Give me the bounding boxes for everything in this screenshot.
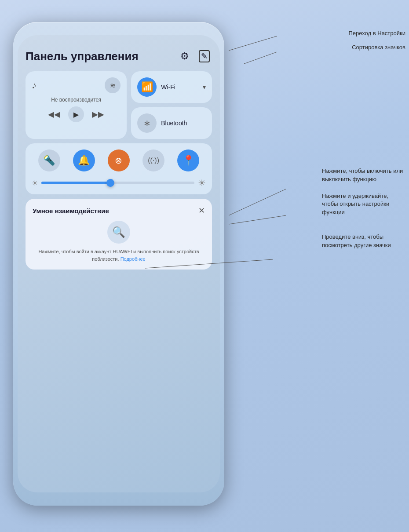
settings-button[interactable]: ⚙ (177, 48, 193, 64)
brightness-min-icon: ☀ (32, 179, 38, 187)
sound-icon: 🔔 (78, 155, 90, 166)
brightness-row: ☀ ☀ (32, 178, 206, 188)
svg-line-1 (244, 52, 277, 64)
settings-icon: ⚙ (180, 51, 189, 62)
brightness-slider[interactable] (41, 182, 194, 184)
sort-icon: ✎ (199, 50, 210, 62)
connectivity-col: 📶 Wi-Fi ▾ ∗ Bluetooth (131, 71, 212, 139)
wifi-label: Wi-Fi (161, 84, 198, 91)
wifi-icon-circle: 📶 (137, 77, 157, 97)
control-panel: Панель управления ⚙ ✎ ♪ (18, 35, 220, 277)
play-button[interactable]: ▶ (68, 106, 84, 122)
smart-header: Умное взаимодействие ✕ (33, 206, 205, 215)
smart-title: Умное взаимодействие (33, 207, 109, 215)
flashlight-icon: 🔦 (43, 155, 55, 166)
wifi-chevron-icon: ▾ (203, 84, 206, 91)
top-row: ♪ ≋ Не воспроизводится ◀◀ ▶ ▶▶ (26, 71, 212, 139)
media-wave-button[interactable]: ≋ (105, 77, 121, 93)
smart-link[interactable]: Подробнее (121, 256, 146, 262)
flashlight-toggle[interactable]: 🔦 (38, 149, 60, 171)
wave-icon: ≋ (110, 81, 116, 90)
media-controls: ◀◀ ▶ ▶▶ (32, 106, 121, 122)
next-button[interactable]: ▶▶ (92, 109, 104, 119)
svg-line-2 (229, 189, 286, 215)
music-icon: ♪ (32, 80, 37, 91)
svg-line-0 (229, 36, 277, 51)
slider-fill (41, 182, 110, 184)
brightness-max-icon: ☀ (198, 178, 206, 188)
now-playing-label: Не воспроизводится (32, 97, 121, 103)
panel-header: Панель управления ⚙ ✎ (26, 48, 212, 64)
slider-thumb[interactable] (106, 179, 114, 187)
bluetooth-icon-circle: ∗ (137, 113, 157, 133)
annotation-toggle: Нажмите, чтобы включить или выключить фу… (322, 167, 405, 217)
bluetooth-icon: ∗ (143, 118, 151, 128)
media-top-icons: ♪ ≋ (32, 77, 121, 93)
bluetooth-label: Bluetooth (161, 120, 187, 127)
smart-interaction-card: Умное взаимодействие ✕ 🔍 Нажмите, чтобы … (26, 199, 212, 270)
phone-screen: Панель управления ⚙ ✎ ♪ (18, 35, 220, 492)
wifi-icon: 📶 (141, 81, 153, 93)
nfc-toggle[interactable]: ((·)) (142, 149, 164, 171)
panel-title: Панель управления (26, 50, 173, 63)
smart-search-button[interactable]: 🔍 (107, 221, 130, 244)
prev-button[interactable]: ◀◀ (48, 109, 60, 119)
smart-body: 🔍 Нажмите, чтобы войти в аккаунт HUAWEI … (33, 221, 205, 262)
smart-desc-text: Нажмите, чтобы войти в аккаунт HUAWEI и … (38, 249, 199, 262)
media-card: ♪ ≋ Не воспроизводится ◀◀ ▶ ▶▶ (26, 71, 127, 139)
location-toggle[interactable]: 📍 (177, 149, 199, 171)
rotation-icon: ⊗ (115, 155, 122, 166)
search-icon: 🔍 (112, 226, 125, 238)
nfc-icon: ((·)) (148, 157, 159, 164)
location-icon: 📍 (183, 155, 194, 166)
rotation-toggle[interactable]: ⊗ (108, 149, 130, 171)
annotation-sort: Сортировка значков (352, 44, 405, 51)
phone-frame: Панель управления ⚙ ✎ ♪ (13, 22, 224, 506)
sound-toggle[interactable]: 🔔 (73, 149, 95, 171)
svg-line-3 (229, 215, 286, 224)
toggles-card: 🔦 🔔 ⊗ ((·)) (26, 143, 212, 194)
smart-description: Нажмите, чтобы войти в аккаунт HUAWEI и … (33, 248, 205, 262)
annotation-settings: Переход в Настройки (348, 30, 405, 36)
toggles-row: 🔦 🔔 ⊗ ((·)) (32, 149, 206, 171)
smart-close-button[interactable]: ✕ (198, 206, 205, 215)
sort-button[interactable]: ✎ (196, 48, 212, 64)
play-icon: ▶ (73, 110, 79, 119)
annotation-swipe: Проведите вниз, чтобы посмотреть другие … (322, 233, 405, 250)
bluetooth-card[interactable]: ∗ Bluetooth (131, 107, 212, 139)
wifi-card[interactable]: 📶 Wi-Fi ▾ (131, 71, 212, 103)
